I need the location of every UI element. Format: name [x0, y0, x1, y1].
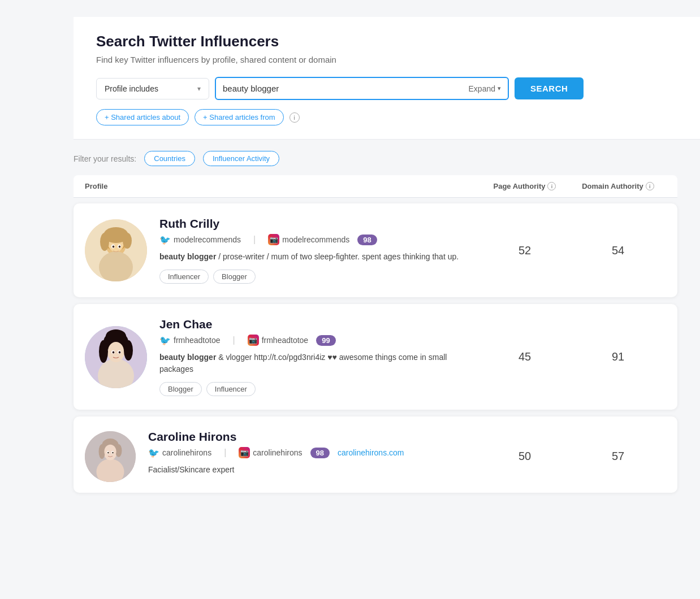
avatar — [85, 219, 147, 281]
social-row: 🐦 modelrecommends | 📷 modelrecommends 98 — [159, 234, 479, 245]
tag: Blogger — [159, 382, 202, 396]
twitter-icon: 🐦 — [159, 335, 171, 346]
divider: | — [233, 335, 235, 345]
search-input-wrapper: Expand ▾ — [215, 77, 509, 100]
expand-button[interactable]: Expand ▾ — [469, 84, 501, 93]
bio-highlight: Facialist/Skincare expert — [148, 465, 235, 474]
svg-point-10 — [100, 233, 109, 251]
tag: Influencer — [206, 382, 256, 396]
profile-info: Jen Chae 🐦 frmheadtotoe | 📷 frmheadtotoe — [159, 318, 479, 396]
twitter-handle: 🐦 carolinehirons — [148, 448, 211, 458]
tag: Influencer — [159, 270, 209, 284]
bio-rest: / prose-writer / mum of two sleep-fighte… — [216, 252, 459, 261]
svg-point-17 — [124, 340, 133, 361]
page-authority-value: 45 — [479, 350, 570, 363]
twitter-handle: 🐦 modelrecommends — [159, 235, 241, 245]
shared-articles-from-button[interactable]: + Shared articles from — [195, 109, 284, 125]
domain-authority-value: 57 — [570, 450, 666, 463]
countries-filter-button[interactable]: Countries — [144, 151, 195, 166]
filter-results-label: Filter your results: — [74, 154, 136, 163]
domain-authority-value: 54 — [570, 244, 666, 257]
results-section: Filter your results: Countries Influence… — [74, 140, 700, 493]
expand-chevron-icon: ▾ — [498, 85, 501, 92]
search-input[interactable] — [223, 78, 469, 99]
bio-text: beauty blogger & vlogger http://t.co/pgd… — [159, 351, 479, 375]
column-header-page-authority: Page Authority i — [479, 182, 570, 190]
page-wrapper: Search Twitter Influencers Find key Twit… — [0, 0, 700, 599]
page-authority-info-icon[interactable]: i — [547, 182, 556, 190]
twitter-icon: 🐦 — [148, 448, 159, 458]
bio-text: beauty blogger / prose-writer / mum of t… — [159, 251, 479, 263]
avatar — [85, 431, 136, 482]
divider: | — [224, 448, 226, 458]
svg-point-11 — [123, 233, 132, 249]
svg-point-19 — [108, 342, 124, 360]
influencer-name: Caroline Hirons — [148, 430, 479, 444]
table-row: Jen Chae 🐦 frmheadtotoe | 📷 frmheadtotoe — [74, 304, 677, 410]
svg-point-18 — [106, 329, 126, 343]
page-authority-value: 50 — [479, 450, 570, 463]
chevron-down-icon: ▾ — [197, 85, 201, 93]
twitter-icon: 🐦 — [159, 235, 171, 245]
social-row: 🐦 frmheadtotoe | 📷 frmheadtotoe 99 — [159, 335, 479, 346]
svg-point-29 — [115, 444, 122, 457]
column-header-domain-authority: Domain Authority i — [570, 182, 666, 190]
header-section: Search Twitter Influencers Find key Twit… — [74, 17, 700, 140]
table-row: Caroline Hirons 🐦 carolinehirons | 📷 car… — [74, 416, 677, 493]
page-subtitle: Find key Twitter influencers by profile,… — [96, 55, 677, 64]
page-authority-value: 52 — [479, 244, 570, 257]
twitter-handle: 🐦 frmheadtotoe — [159, 335, 221, 346]
tag: Blogger — [213, 270, 256, 284]
svg-point-33 — [107, 452, 109, 453]
tags-row: Influencer Blogger — [159, 270, 479, 284]
svg-point-28 — [99, 444, 105, 458]
influencer-name: Jen Chae — [159, 318, 479, 331]
profile-column: Jen Chae 🐦 frmheadtotoe | 📷 frmheadtotoe — [85, 318, 479, 396]
tags-row: Blogger Influencer — [159, 382, 479, 396]
svg-point-7 — [113, 246, 115, 248]
table-header: Profile Page Authority i Domain Authorit… — [74, 175, 677, 198]
domain-authority-value: 91 — [570, 350, 666, 363]
svg-point-34 — [112, 452, 113, 453]
instagram-handle: 📷 modelrecommends — [268, 234, 349, 245]
profile-column: Caroline Hirons 🐦 carolinehirons | 📷 car… — [85, 430, 479, 483]
influencer-activity-filter-button[interactable]: Influencer Activity — [203, 151, 279, 166]
profile-select[interactable]: Profile includes ▾ — [96, 78, 209, 99]
instagram-score-badge: 98 — [357, 235, 377, 245]
influencer-name: Ruth Crilly — [159, 217, 479, 231]
instagram-handle: 📷 carolinehirons — [239, 447, 302, 458]
profile-info: Caroline Hirons 🐦 carolinehirons | 📷 car… — [148, 430, 479, 483]
instagram-icon: 📷 — [239, 447, 250, 458]
domain-authority-info-icon[interactable]: i — [646, 182, 654, 190]
profile-info: Ruth Crilly 🐦 modelrecommends | 📷 modelr… — [159, 217, 479, 284]
column-header-profile: Profile — [74, 182, 479, 190]
svg-point-30 — [104, 444, 116, 458]
svg-point-8 — [119, 246, 121, 248]
table-row: Ruth Crilly 🐦 modelrecommends | 📷 modelr… — [74, 203, 677, 297]
profile-column: Ruth Crilly 🐦 modelrecommends | 📷 modelr… — [85, 217, 479, 284]
svg-point-22 — [113, 351, 115, 353]
bio-highlight: beauty blogger — [159, 353, 216, 362]
shared-articles-about-button[interactable]: + Shared articles about — [96, 109, 189, 125]
results-list: Ruth Crilly 🐦 modelrecommends | 📷 modelr… — [74, 203, 677, 493]
instagram-icon: 📷 — [248, 335, 259, 346]
avatar — [85, 326, 147, 388]
bio-text: Facialist/Skincare expert — [148, 464, 479, 476]
filter-row: Filter your results: Countries Influence… — [74, 151, 677, 166]
instagram-icon: 📷 — [268, 234, 279, 245]
instagram-score-badge: 98 — [310, 448, 330, 458]
expand-label: Expand — [469, 84, 495, 93]
search-row: Profile includes ▾ Expand ▾ SEARCH — [96, 77, 677, 100]
website-link[interactable]: carolinehirons.com — [338, 448, 404, 457]
avatar-image — [85, 431, 136, 482]
avatar-image — [85, 326, 147, 388]
instagram-score-badge: 99 — [316, 335, 335, 346]
instagram-handle: 📷 frmheadtotoe — [248, 335, 309, 346]
divider: | — [253, 235, 256, 245]
svg-point-23 — [119, 351, 121, 353]
svg-point-16 — [99, 340, 108, 363]
search-button[interactable]: SEARCH — [515, 77, 584, 99]
social-row: 🐦 carolinehirons | 📷 carolinehirons 98 c… — [148, 447, 479, 458]
info-icon[interactable]: i — [289, 112, 300, 123]
avatar-image — [85, 219, 147, 281]
